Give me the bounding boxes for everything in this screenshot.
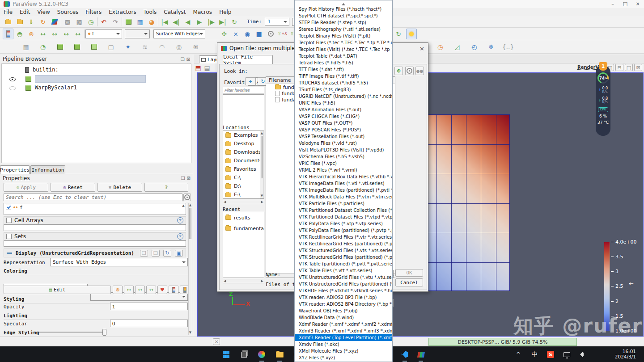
separate-colormap-button[interactable]: ⊜ [26,29,37,39]
file-type-option[interactable]: VTK MultiBlock Data Files (*.vtm *.vtm.s… [295,194,392,200]
group-datasets-button[interactable]: ◎ [174,42,184,52]
dataset-info-button[interactable]: ▩ [62,17,73,27]
location-item[interactable]: Examples [223,131,264,139]
file-type-option[interactable]: VTK StructuredGrid Files (*.vts *.vts.se… [295,247,392,254]
python-trace-button[interactable]: {..} [503,42,513,52]
display-section-header[interactable]: Display (UnstructuredGridRepresentation)… [4,248,186,257]
next-frame-button[interactable]: |▶ [206,17,216,27]
location-item[interactable]: E:\ [223,190,264,199]
open-file-button[interactable] [3,17,13,27]
catalyst-icon-button[interactable] [49,17,60,27]
stream-tracer-button[interactable]: ≋ [140,42,150,52]
light-toggle-button[interactable] [406,29,417,39]
pipeline-item-warpbyscalar[interactable]: WarpByScalar1 [2,83,191,92]
file-type-option[interactable]: TFT Files (*.dat *.tft) [295,66,392,73]
rescale-visible-range-button[interactable]: ↔ [72,29,83,39]
favorite-preset-icon[interactable]: ♥ [157,286,167,294]
file-type-option[interactable]: STEP File Reader (*.step *.stp) [295,19,392,26]
reset-button[interactable]: ⊘Reset [51,183,95,192]
visibility-eye-off-icon[interactable] [9,85,16,91]
rescale-custom-icon[interactable]: ↔ [135,286,145,294]
delete-button[interactable]: ✖Delete [97,183,142,192]
file-type-option[interactable]: VTK Hierarchical Box Data Files (*.vthb … [295,173,392,180]
file-type-option[interactable]: VTK Particle Files (*.particles) [295,200,392,207]
sets-checkbox[interactable] [6,234,12,239]
rescale-range-icon[interactable]: ↔ [124,286,134,294]
file-type-option[interactable]: Wavefront OBJ Files (*.obj) [295,307,392,314]
colormap-toggle-button[interactable] [3,29,13,39]
file-explorer-icon[interactable] [274,349,285,360]
spreadsheet-button[interactable]: ▦ [135,17,145,27]
network-tray-icon[interactable] [561,349,572,360]
delete-dataset-button[interactable]: ▩ [74,17,85,27]
file-type-option[interactable]: VASP POSCAR Files (*.POS*) [295,126,392,133]
filter-favorites-input[interactable] [223,87,264,93]
specular-input[interactable] [110,320,188,327]
file-type-option[interactable]: VTK Table Files (*.vtt *.vtt.series) [295,267,392,274]
copy-display-icon[interactable]: ❐ [140,250,148,257]
file-type-option[interactable]: VASP Tessellation Files (*.out) [295,133,392,140]
search-input[interactable] [4,194,182,201]
slice-button[interactable] [72,42,82,52]
reverse-play-button[interactable]: ◀ [182,17,193,27]
file-type-option[interactable]: VTK Partitioned Dataset Files (*.vtpd *.… [295,214,392,220]
time-value-combo[interactable]: 1 [265,18,289,26]
file-type-option[interactable]: Spy Plot History Files (*.hscth *hsct*) [295,6,392,13]
file-type-option[interactable]: VTK PolyData Files (partitioned) (*.pvtp… [295,227,392,234]
paraview-taskbar-icon[interactable] [415,349,427,360]
menu-item[interactable]: Edit [16,8,34,16]
save-data-button[interactable]: ▼ [14,17,25,27]
calculator-button[interactable]: ▦ [21,42,31,52]
play-button[interactable]: ▶ [194,17,205,27]
ok-button[interactable]: OK [395,269,423,277]
warp-by-vector-button[interactable]: ◠ [157,42,167,52]
file-type-option[interactable]: Xdmf Reader (*.xmf *.xdmf *.xmf2 *.xdmf2… [295,321,392,328]
ime-indicator[interactable]: 中 [529,349,540,360]
system-monitor-widget[interactable]: 1 74% ↑0.0K/s ↓0.8K/s CPU 6 % 37 °C [596,65,610,136]
file-type-option[interactable]: UGRID NetCDF (Unstructured) (*.nc *.ncdf… [295,93,392,100]
file-type-option[interactable]: VTK StructuredGrid Files (partitioned) (… [295,254,392,261]
file-type-option[interactable]: VTK RectilinearGrid Files (partitioned) … [295,240,392,247]
camera-undo-icon[interactable]: ⬒ [194,64,203,72]
auto-apply-button[interactable]: ↻ [38,17,48,27]
locations-scrollbar[interactable]: ▲▼ [260,131,264,198]
menu-item[interactable]: Extractors [105,8,140,16]
create-directory-button[interactable]: ⊕ [394,67,403,75]
add-favorite-button[interactable]: + [245,77,256,85]
color-array-combo[interactable]: f [85,29,122,38]
pipeline-item-name-box[interactable] [35,75,146,83]
dialog-close-icon[interactable]: × [419,45,424,52]
file-type-option[interactable]: UNIC Files (*.h5) [295,100,392,106]
file-type-option[interactable]: Tecplot Files (VisIt) (*.tec *.TEC *.Tec… [295,46,392,53]
menu-item[interactable]: Filters [82,8,105,16]
show-colorbar-icon[interactable] [169,286,178,294]
file-type-option[interactable]: VPIC Files (*.vpc) [295,160,392,167]
file-type-option[interactable]: TIFF Image Files (*.tif *.tiff) [295,73,392,80]
representation-combo[interactable]: Surface With Edges [153,29,205,38]
file-type-option[interactable]: Xdmf3 Reader (Top Level Partition) (*.xm… [295,334,392,341]
recent-item[interactable]: fundamentals.b [223,223,264,234]
file-type-option[interactable]: VTK ImageData Files (partitioned) (*.pvt… [295,187,392,194]
view-plus-x-button[interactable]: ⇧+X [277,29,288,39]
apply-button[interactable]: ⚙Apply [4,183,48,192]
pipeline-item-selected[interactable] [2,74,191,83]
separate-colormap-icon[interactable]: ⊜ [113,286,123,294]
show-hidden-button[interactable]: ●● [415,67,424,75]
menu-item[interactable]: Help [216,8,235,16]
undo-button[interactable]: ↶ [98,17,109,27]
menu-item[interactable]: View [34,8,53,16]
glyph-button[interactable]: ◔ [38,42,48,52]
hidden-icons-chevron[interactable]: ^ [513,349,524,360]
rotate-90-cw-button[interactable]: ↻ [393,29,404,39]
menu-item[interactable]: Catalyst [160,8,189,16]
file-type-option[interactable]: Tecplot Binary Files (VisIt) (*.plt) [295,33,392,39]
source-cube-button[interactable] [123,17,134,27]
file-type-option[interactable]: VASP CHGCA Files (*.CHG*) [295,113,392,120]
file-type-option[interactable]: VTX reader: ADIOS2 BP3 File (*.bp) [295,294,392,301]
rescale-data-range-button[interactable]: ↔ [38,29,48,39]
split-vertical-icon[interactable]: ⊟ [615,64,623,71]
animation-clock-button[interactable]: ◷ [85,17,96,27]
file-type-option[interactable]: VTK PolyData Files (*.vtp *.vtp.series) [295,220,392,227]
cell-arrays-checkbox[interactable] [6,218,12,223]
camera-redo-icon[interactable]: ⬓ [203,64,212,72]
